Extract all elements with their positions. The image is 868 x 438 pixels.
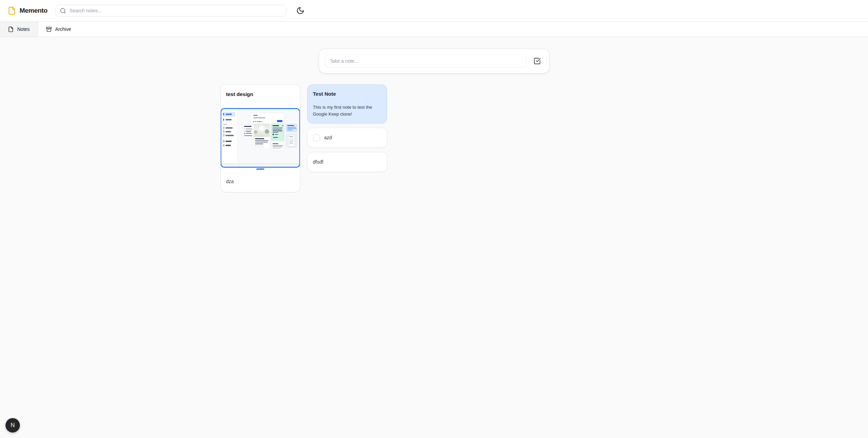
checklist-label: azd: [324, 134, 332, 141]
board-column-1: test design: [220, 84, 300, 192]
search-box[interactable]: [56, 5, 286, 16]
note-body: dfsdf: [313, 158, 381, 166]
file-icon: [8, 26, 14, 32]
tab-bar: Notes Archive: [0, 22, 868, 37]
avatar-initial: N: [11, 422, 15, 429]
app-header: Memento: [0, 0, 868, 22]
note-file-icon: [8, 7, 16, 15]
note-card-azd[interactable]: azd: [307, 128, 387, 148]
note-card-test-design[interactable]: test design: [220, 84, 300, 192]
note-body: This is my first note to test the Google…: [313, 104, 381, 118]
check-square-icon: [533, 57, 541, 65]
note-attachment: [221, 108, 300, 170]
checklist-checkbox[interactable]: [313, 134, 320, 141]
app-title: Memento: [20, 7, 47, 14]
brand-logo: Memento: [8, 7, 47, 15]
composer-input[interactable]: [325, 55, 526, 68]
search-icon: [60, 8, 66, 14]
tab-notes[interactable]: Notes: [0, 22, 38, 37]
moon-icon: [296, 7, 304, 15]
tab-notes-label: Notes: [17, 26, 30, 32]
new-checklist-button[interactable]: [531, 55, 544, 68]
notes-board: test design: [220, 84, 648, 192]
note-attachment-image[interactable]: [220, 108, 300, 168]
theme-toggle-button[interactable]: [294, 4, 307, 17]
board-column-2: Test Note This is my first note to test …: [307, 84, 387, 172]
note-composer[interactable]: [319, 49, 549, 73]
tab-archive-label: Archive: [55, 26, 71, 32]
archive-icon: [46, 26, 52, 32]
note-title: test design: [221, 85, 300, 98]
note-body: dza: [221, 170, 300, 192]
note-card-test-note[interactable]: Test Note This is my first note to test …: [307, 84, 387, 123]
tab-archive[interactable]: Archive: [38, 22, 79, 37]
note-card-dfsdf[interactable]: dfsdf: [307, 152, 387, 172]
profile-avatar-button[interactable]: N: [5, 418, 20, 433]
notes-page: test design: [0, 49, 868, 192]
search-input[interactable]: [69, 8, 282, 13]
note-title: Test Note: [313, 90, 381, 97]
